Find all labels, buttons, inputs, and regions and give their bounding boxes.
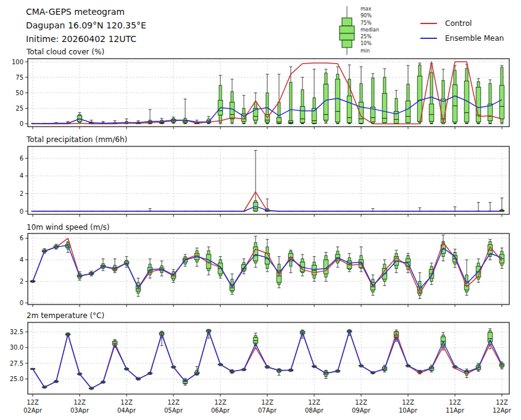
station-info: Dagupan 16.09°N 120.35°E — [26, 19, 146, 32]
svg-text:05Apr: 05Apr — [164, 407, 183, 414]
svg-text:06Apr: 06Apr — [211, 407, 230, 414]
svg-text:25: 25 — [15, 105, 23, 112]
svg-text:11Apr: 11Apr — [446, 407, 465, 414]
legend-label-p10: 10% — [361, 40, 379, 47]
svg-text:32.5: 32.5 — [10, 329, 23, 335]
svg-text:12Z: 12Z — [167, 399, 180, 406]
svg-text:6: 6 — [20, 155, 23, 162]
svg-text:12Z: 12Z — [496, 399, 508, 406]
svg-text:12Z: 12Z — [73, 399, 86, 406]
svg-text:6: 6 — [20, 235, 23, 242]
figure-title: CMA-GEPS meteogram — [26, 5, 146, 19]
svg-text:12Z: 12Z — [214, 399, 227, 406]
panel-title-temperature: 2m temperature (°C) — [27, 311, 104, 320]
charts-canvas: 02550751000246024625.027.530.032.512Z02A… — [0, 0, 521, 420]
legend-label-p25: 25% — [361, 33, 379, 40]
legend-label-min: min — [361, 48, 379, 54]
svg-text:12Z: 12Z — [402, 399, 414, 406]
legend-label-median: median — [361, 27, 379, 33]
legend-label-p75: 75% — [361, 20, 379, 27]
panel-title-wind-speed: 10m wind speed (m/s) — [27, 223, 109, 232]
control-label: Control — [445, 19, 472, 28]
panel-title-cloud-cover: Total cloud cover (%) — [27, 48, 104, 56]
svg-text:02Apr: 02Apr — [23, 407, 43, 414]
svg-text:75: 75 — [15, 74, 23, 81]
svg-text:08Apr: 08Apr — [305, 407, 324, 414]
svg-text:2: 2 — [20, 278, 23, 285]
svg-text:10Apr: 10Apr — [399, 407, 418, 414]
legend-entry-control: Control — [420, 19, 472, 28]
svg-text:09Apr: 09Apr — [352, 407, 371, 414]
svg-text:03Apr: 03Apr — [70, 407, 90, 414]
ensemble-mean-label: Ensemble Mean — [445, 34, 504, 43]
init-time: Initime: 20260402 12UTC — [26, 32, 146, 46]
legend-label-max: max — [361, 6, 379, 12]
svg-text:12Z: 12Z — [27, 399, 39, 406]
svg-text:12Z: 12Z — [308, 399, 320, 406]
ensemble-mean-line-swatch — [420, 38, 437, 39]
svg-text:0: 0 — [20, 300, 23, 306]
svg-text:0: 0 — [20, 208, 23, 215]
panel-title-precipitation: Total precipitation (mm/6h) — [27, 135, 127, 144]
svg-text:4: 4 — [20, 172, 23, 179]
meteogram-figure: 02550751000246024625.027.530.032.512Z02A… — [0, 0, 521, 420]
figure-header: CMA-GEPS meteogram Dagupan 16.09°N 120.3… — [26, 5, 146, 46]
svg-text:2: 2 — [20, 190, 23, 197]
svg-text:12Z: 12Z — [120, 399, 133, 406]
svg-text:0: 0 — [20, 120, 23, 127]
svg-text:30.0: 30.0 — [10, 344, 23, 351]
legend-label-p90: 90% — [361, 12, 379, 19]
svg-text:04Apr: 04Apr — [117, 407, 136, 414]
svg-text:12Z: 12Z — [449, 399, 461, 406]
legend-entry-ensemble-mean: Ensemble Mean — [420, 34, 504, 43]
svg-text:25.0: 25.0 — [10, 376, 23, 382]
boxplot-legend-glyph — [337, 4, 357, 56]
svg-text:12Z: 12Z — [355, 399, 367, 406]
svg-text:12Z: 12Z — [261, 399, 273, 406]
svg-text:27.5: 27.5 — [10, 360, 23, 367]
svg-text:12Apr: 12Apr — [493, 407, 512, 414]
boxplot-legend-labels: max 90% 75% median 25% 10% min — [361, 6, 379, 54]
svg-text:4: 4 — [20, 256, 23, 263]
svg-text:50: 50 — [15, 90, 23, 96]
svg-text:07Apr: 07Apr — [258, 407, 277, 414]
svg-text:100: 100 — [12, 59, 23, 65]
control-line-swatch — [420, 23, 437, 24]
